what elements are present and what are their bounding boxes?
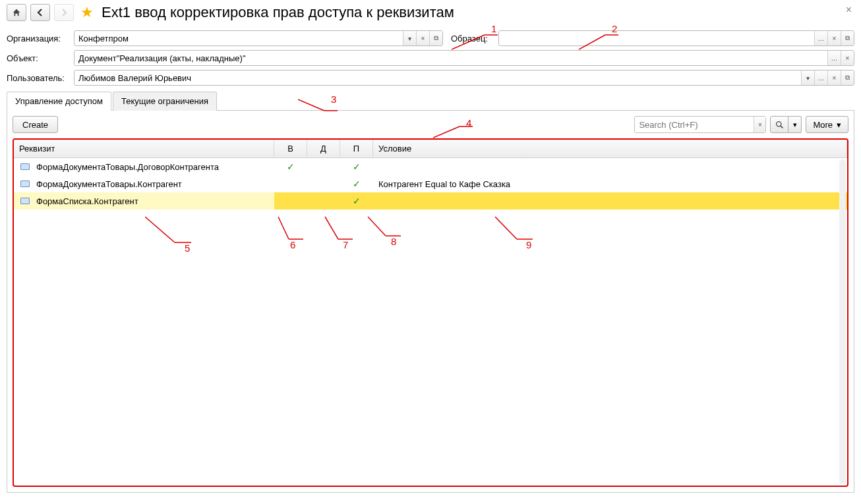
dropdown-icon[interactable]: ▾ [403,31,416,45]
clear-icon[interactable]: × [827,70,841,85]
cell-v[interactable] [274,192,307,210]
clear-icon[interactable]: × [827,31,841,45]
col-v[interactable]: В [274,140,307,157]
back-button[interactable] [30,4,50,21]
dropdown-icon[interactable]: ▾ [801,70,814,85]
document-icon [20,163,30,170]
search-dropdown-icon[interactable]: ▾ [788,116,802,133]
col-d[interactable]: Д [307,140,340,157]
svg-point-0 [777,121,781,126]
cell-v[interactable]: ✓ [274,158,307,175]
choose-icon[interactable]: … [827,51,841,65]
cell-requisite: ФормаСписка.Контрагент [36,196,138,206]
star-icon: ★ [80,4,94,21]
page-title: Ext1 ввод корректировка прав доступа к р… [102,4,454,21]
search-button[interactable] [770,116,788,133]
org-field[interactable]: ▾ × ⧉ [74,30,443,46]
cell-d[interactable] [307,192,340,210]
open-icon[interactable]: ⧉ [841,70,854,85]
obrazec-field[interactable]: … × ⧉ [498,30,854,46]
svg-line-1 [781,126,783,128]
cell-p[interactable]: ✓ [340,158,373,175]
create-button[interactable]: Create [13,116,58,133]
col-condition[interactable]: Условие [373,140,847,157]
forward-button [54,4,74,21]
col-p[interactable]: П [340,140,373,157]
object-input[interactable] [74,51,827,65]
document-icon [20,198,30,204]
open-icon[interactable]: ⧉ [429,31,442,45]
user-label: Пользователь: [7,73,71,83]
cell-p[interactable]: ✓ [340,192,373,210]
clear-search-icon[interactable]: × [754,117,765,132]
cell-requisite: ФормаДокументаТовары.Контрагент [36,179,182,189]
home-button[interactable] [7,4,26,21]
clear-icon[interactable]: × [416,31,429,45]
check-icon: ✓ [353,196,361,206]
choose-icon[interactable]: … [814,31,827,45]
obrazec-label: Образец: [451,34,496,43]
close-button[interactable]: × [846,4,852,16]
clear-icon[interactable]: × [841,51,854,65]
chevron-down-icon: ▾ [837,120,841,130]
scrollbar[interactable] [839,159,846,484]
obrazec-input[interactable] [499,31,814,45]
check-icon: ✓ [353,179,361,189]
object-label: Объект: [7,53,71,63]
check-icon: ✓ [353,161,361,172]
table-row[interactable]: ФормаДокументаТовары.ДоговорКонтрагента✓… [14,158,847,175]
tab-restrictions[interactable]: Текущие ограничения [113,92,217,111]
choose-icon[interactable]: … [814,70,827,85]
open-icon[interactable]: ⧉ [841,31,854,45]
cell-condition[interactable] [373,158,847,175]
table-row[interactable]: ФормаСписка.Контрагент✓ [14,192,847,210]
object-field[interactable]: … × [74,50,854,66]
org-label: Организация: [7,34,71,43]
user-field[interactable]: ▾ … × ⧉ [74,70,854,86]
cell-d[interactable] [307,175,340,192]
cell-requisite: ФормаДокументаТовары.ДоговорКонтрагента [36,162,219,172]
document-icon [20,181,30,187]
cell-d[interactable] [307,158,340,175]
cell-v[interactable] [274,175,307,192]
search-input[interactable] [635,120,754,130]
tab-access[interactable]: Управление доступом [7,92,111,111]
org-input[interactable] [74,31,403,45]
table-row[interactable]: ФормаДокументаТовары.Контрагент✓Контраге… [14,175,847,192]
more-button[interactable]: More▾ [806,116,848,133]
check-icon: ✓ [287,161,295,172]
col-requisite[interactable]: Реквизит [14,140,274,157]
cell-condition[interactable] [373,192,847,210]
search-field[interactable]: × [634,116,766,133]
user-input[interactable] [74,70,801,85]
cell-p[interactable]: ✓ [340,175,373,192]
access-table: Реквизит В Д П Условие ФормаДокументаТов… [13,138,848,487]
cell-condition[interactable]: Контрагент Equal to Кафе Сказка [373,175,847,192]
